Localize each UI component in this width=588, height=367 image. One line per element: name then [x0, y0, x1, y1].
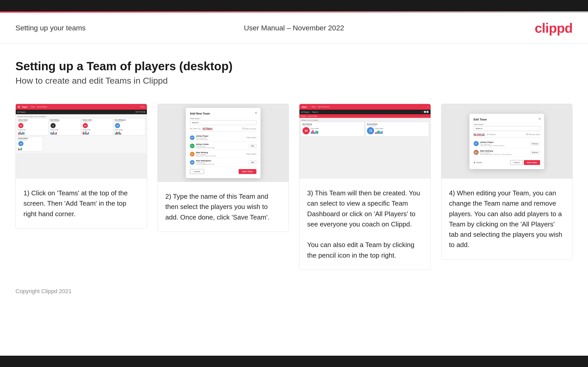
player-name-3: Blair McHarg [196, 151, 245, 154]
main-content: Setting up a Team of players (desktop) H… [0, 44, 588, 280]
player-row-3: BM Blair McHarg Plus HandicapRoyal North… [190, 150, 256, 158]
player-detail-2: 1.5 HandicapCentral London Golf Centre [196, 145, 247, 148]
header-right: clippd [387, 20, 573, 36]
player-row-1: AP Adrian Player Plus HandicapThe Shire … [190, 134, 256, 142]
player-name-2: Adrian Coliba [196, 143, 247, 145]
card-4: Edit Team ✕ Team Name * Team A My Team (… [441, 104, 573, 260]
edit-player-name-1: Adrian Player [480, 141, 529, 143]
player-action-1: Player Added [246, 137, 256, 138]
edit-player-info-2: Blair McHarg Plus HandicapRoyal North De… [480, 150, 529, 155]
player-detail-1: Plus HandicapThe Shire London [196, 137, 245, 140]
tab-all-players[interactable]: All Players [203, 127, 212, 130]
edit-modal-title: Edit Team [474, 118, 540, 121]
player-detail-3: Plus HandicapRoyal North Devon Golf Club [196, 154, 245, 157]
screenshot-4: Edit Team ✕ Team Name * Team A My Team (… [441, 104, 573, 179]
edit-modal-tabs: My Team (2) All Players Filter by name [474, 133, 540, 137]
edit-player-detail-2: Plus HandicapRoyal North Devon Golf Club… [480, 152, 529, 155]
edit-tab-my-team[interactable]: My Team (2) [474, 133, 485, 136]
remove-button-2[interactable]: Remove [530, 151, 540, 154]
card-1-text: 1) Click on 'Teams' at the top of the sc… [16, 179, 147, 228]
screenshot-3: clippd Teams My Performance ✏ All Player… [299, 104, 431, 179]
player-list: AP Adrian Player Plus HandicapThe Shire … [190, 134, 256, 167]
cancel-button[interactable]: Cancel [190, 169, 204, 174]
add-team-modal: Add New Team ✕ Team Name * Team A My Tea… [186, 108, 261, 178]
copyright-text: Copyright Clippd 2021 [15, 288, 72, 294]
card-3-text: 3) This Team will then be created. You c… [299, 179, 431, 270]
section-label: Setting up your teams [15, 24, 86, 32]
filter-checkbox[interactable] [242, 128, 244, 129]
card-4-text: 4) When editing your Team, you can chang… [441, 179, 573, 259]
player-avatar-3: BM [190, 152, 195, 156]
edit-player-row-2: BM Blair McHarg Plus HandicapRoyal North… [474, 148, 540, 157]
edit-team-name-label: Team Name * [474, 124, 540, 125]
footer: Copyright Clippd 2021 [0, 280, 588, 308]
card-3-text-content: 3) This Team will then be created. You c… [307, 189, 420, 259]
edit-team-name-input[interactable]: Team A [474, 126, 540, 131]
screenshot-2: Add New Team ✕ Team Name * Team A My Tea… [158, 104, 289, 182]
ss1-navbar: clippd Home My Full Report Teams [16, 104, 147, 110]
manual-title: User Manual – November 2022 [244, 24, 344, 32]
player-action-3: Player Added [246, 153, 256, 155]
page-subtitle: How to create and edit Teams in Clippd [15, 76, 573, 86]
edit-modal-close-icon[interactable]: ✕ [538, 117, 541, 121]
edit-modal-footer: 🗑 Delete Cancel Save Team [474, 160, 540, 165]
add-button-2[interactable]: Add [249, 144, 256, 147]
edit-player-info-1: Adrian Player Plus HandicapThe Shire Lon… [480, 141, 529, 146]
ss3-navbar: clippd Teams My Performance ✏ [299, 104, 431, 110]
player-info-3: Blair McHarg Plus HandicapRoyal North De… [196, 151, 245, 157]
card-3: clippd Teams My Performance ✏ All Player… [299, 104, 431, 270]
card-1: clippd Home My Full Report Teams All Pla… [15, 104, 147, 229]
player-row-2: AC Adrian Coliba 1.5 HandicapCentral Lon… [190, 142, 256, 150]
cards-row: clippd Home My Full Report Teams All Pla… [15, 104, 573, 270]
tab-filter[interactable]: Filter by name [242, 128, 256, 130]
card-2: Add New Team ✕ Team Name * Team A My Tea… [157, 104, 289, 232]
edit-player-name-2: Blair McHarg [480, 150, 529, 152]
edit-filter-checkbox[interactable] [526, 133, 528, 135]
player-avatar-1: AP [190, 135, 195, 140]
add-button-4[interactable]: Add [249, 161, 256, 164]
player-info-1: Adrian Player Plus HandicapThe Shire Lon… [196, 135, 245, 140]
edit-filter-label: Filter by name [528, 134, 540, 135]
screenshot-1: clippd Home My Full Report Teams All Pla… [16, 104, 147, 179]
player-detail-4: 1.5 HandicapThe Dog Maging Golf Club [196, 162, 247, 165]
edit-tab-all-players[interactable]: All Players [487, 133, 496, 136]
player-avatar-4: DB [190, 160, 195, 165]
logo: clippd [535, 20, 573, 36]
delete-label: Delete [476, 161, 482, 164]
bottom-bar [0, 356, 588, 367]
page-title: Setting up a Team of players (desktop) [15, 59, 573, 73]
modal-tabs: My Team (2) All Players Filter by name [190, 127, 256, 132]
delete-team-button[interactable]: 🗑 Delete [474, 161, 482, 164]
modal-close-icon[interactable]: ✕ [255, 111, 257, 115]
player-action-4[interactable]: Add [249, 161, 256, 164]
modal-footer: Cancel Save Team [190, 169, 256, 174]
card-2-text: 2) Type the name of this Team and then s… [158, 182, 289, 232]
edit-tab-filter[interactable]: Filter by name [526, 133, 540, 135]
edit-footer-buttons: Cancel Save Team [510, 160, 540, 165]
player-action-2[interactable]: Add [249, 144, 256, 147]
top-bar [0, 0, 588, 11]
header: Setting up your teams User Manual – Nove… [0, 13, 588, 44]
remove-button-1[interactable]: Remove [530, 142, 540, 145]
edit-player-avatar-2: BM [474, 150, 479, 155]
edit-player-row-1: AP Adrian Player Plus HandicapThe Shire … [474, 139, 540, 148]
team-name-input[interactable]: Team A [190, 120, 256, 125]
header-center: User Manual – November 2022 [201, 24, 387, 32]
player-name-4: Dave Billingham [196, 160, 247, 162]
modal-title: Add New Team [190, 112, 256, 115]
edit-save-team-button[interactable]: Save Team [524, 160, 540, 165]
edit-player-avatar-1: AP [474, 141, 479, 146]
player-avatar-2: AC [190, 144, 195, 148]
edit-cancel-button[interactable]: Cancel [510, 160, 523, 165]
edit-player-detail-1: Plus HandicapThe Shire London, United Ki… [480, 143, 529, 146]
save-team-button[interactable]: Save Team [239, 169, 256, 174]
player-row-4: DB Dave Billingham 1.5 HandicapThe Dog M… [190, 158, 256, 167]
trash-icon: 🗑 [474, 161, 476, 164]
player-info-4: Dave Billingham 1.5 HandicapThe Dog Magi… [196, 160, 247, 165]
player-info-2: Adrian Coliba 1.5 HandicapCentral London… [196, 143, 247, 148]
team-name-label: Team Name * [190, 118, 256, 119]
edit-team-modal: Edit Team ✕ Team Name * Team A My Team (… [469, 114, 544, 169]
filter-label: Filter by name [245, 128, 256, 130]
player-name-1: Adrian Player [196, 135, 245, 137]
tab-my-team[interactable]: My Team (2) [190, 127, 201, 130]
